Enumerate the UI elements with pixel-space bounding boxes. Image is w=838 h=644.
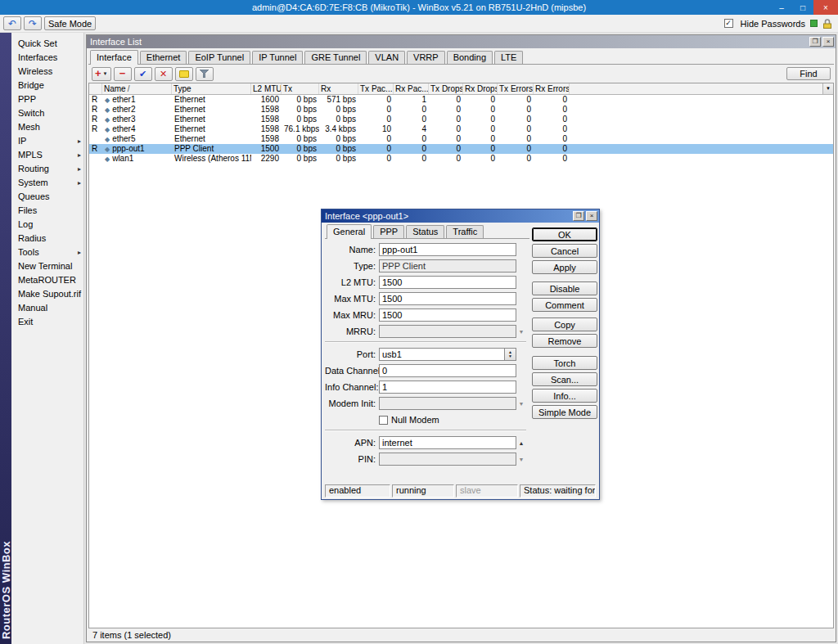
- sidebar-item-switch[interactable]: Switch: [11, 106, 83, 120]
- column-header-txd[interactable]: Tx Drops: [429, 83, 463, 94]
- cell-txd: 0: [429, 124, 463, 134]
- column-chooser-button[interactable]: ▼: [822, 83, 833, 95]
- dialog-tab-general[interactable]: General: [327, 224, 372, 239]
- close-button[interactable]: ×: [813, 0, 838, 15]
- dialog-close-icon[interactable]: ×: [586, 211, 597, 221]
- cell-tx: 0 bps: [282, 95, 319, 105]
- dialog-restore-icon[interactable]: ❐: [573, 211, 584, 221]
- comment-button[interactable]: [175, 67, 193, 81]
- sidebar-item-exit[interactable]: Exit: [11, 315, 83, 329]
- dialog-tab-status[interactable]: Status: [406, 225, 444, 238]
- sidebar-item-wireless[interactable]: Wireless: [11, 65, 83, 79]
- add-button[interactable]: + ▼: [92, 67, 111, 81]
- sidebar-item-ppp[interactable]: PPP: [11, 92, 83, 106]
- column-header-rx[interactable]: Rx: [319, 83, 358, 94]
- info-channel-input[interactable]: [379, 381, 516, 394]
- disable-button[interactable]: ✕: [155, 67, 173, 81]
- comment-button[interactable]: Comment: [532, 298, 597, 312]
- sidebar-item-mesh[interactable]: Mesh: [11, 120, 83, 134]
- dialog-tab-ppp[interactable]: PPP: [373, 225, 404, 238]
- sidebar-item-tools[interactable]: Tools▸: [11, 245, 83, 259]
- sidebar-item-routing[interactable]: Routing▸: [11, 162, 83, 176]
- undo-button[interactable]: ↶: [3, 16, 21, 30]
- cell-l2mtu: 1500: [251, 144, 282, 154]
- tab-ip-tunnel[interactable]: IP Tunnel: [252, 51, 303, 64]
- sidebar-item-queues[interactable]: Queues: [11, 190, 83, 204]
- table-row-ppp-out1[interactable]: R◆ppp-out1PPP Client15000 bps0 bps000000: [89, 144, 833, 154]
- sidebar-item-files[interactable]: Files: [11, 204, 83, 218]
- filter-button[interactable]: [196, 67, 214, 81]
- enable-button[interactable]: ✔: [134, 67, 152, 81]
- sidebar-item-log[interactable]: Log: [11, 218, 83, 232]
- copy-button[interactable]: Copy: [532, 317, 597, 331]
- sidebar-item-quick-set[interactable]: Quick Set: [11, 37, 83, 51]
- remove-button[interactable]: −: [114, 67, 132, 81]
- scan-button[interactable]: Scan...: [532, 372, 597, 386]
- torch-button[interactable]: Torch: [532, 356, 597, 370]
- maxmru-input[interactable]: [379, 308, 516, 322]
- sidebar-item-manual[interactable]: Manual: [11, 301, 83, 315]
- sidebar-item-radius[interactable]: Radius: [11, 232, 83, 245]
- table-row-ether2[interactable]: R◆ether2Ethernet15980 bps0 bps000000: [89, 105, 833, 115]
- redo-button[interactable]: ↷: [24, 16, 42, 30]
- column-header-rxd[interactable]: Rx Drops: [463, 83, 498, 94]
- column-header-txp[interactable]: Tx Pac...: [358, 83, 394, 94]
- tab-eoip-tunnel[interactable]: EoIP Tunnel: [188, 51, 250, 64]
- table-row-ether1[interactable]: R◆ether1Ethernet16000 bps571 bps010000: [89, 95, 833, 105]
- apn-input[interactable]: [379, 436, 516, 449]
- safe-mode-button[interactable]: Safe Mode: [44, 16, 96, 30]
- tab-lte[interactable]: LTE: [494, 51, 523, 64]
- minimize-button[interactable]: –: [771, 0, 792, 15]
- apn-collapse-icon[interactable]: ▲: [516, 440, 526, 446]
- info-button[interactable]: Info...: [532, 389, 597, 403]
- tab-bonding[interactable]: Bonding: [447, 51, 493, 64]
- sidebar-item-make-supout-rif[interactable]: Make Supout.rif: [11, 287, 83, 301]
- sidebar-item-mpls[interactable]: MPLS▸: [11, 148, 83, 162]
- sidebar-item-ip[interactable]: IP▸: [11, 134, 83, 148]
- close-icon[interactable]: ×: [822, 37, 834, 47]
- sidebar-item-system[interactable]: System▸: [11, 176, 83, 190]
- maxmtu-input[interactable]: [379, 292, 516, 305]
- table-row-wlan1[interactable]: ◆wlan1Wireless (Atheros 11N)22900 bps0 b…: [89, 154, 833, 164]
- table-row-ether3[interactable]: R◆ether3Ethernet15980 bps0 bps000000: [89, 115, 833, 124]
- column-header-type[interactable]: Type: [172, 83, 251, 94]
- tab-vrrp[interactable]: VRRP: [407, 51, 445, 64]
- sidebar-item-interfaces[interactable]: Interfaces: [11, 51, 83, 65]
- sidebar-item-bridge[interactable]: Bridge: [11, 79, 83, 92]
- remove-button[interactable]: Remove: [532, 334, 597, 348]
- column-header-rxe[interactable]: Rx Errors: [534, 83, 570, 94]
- dialog-tab-traffic[interactable]: Traffic: [446, 225, 484, 238]
- apply-button[interactable]: Apply: [532, 260, 597, 274]
- l2mtu-input[interactable]: [379, 276, 516, 289]
- find-button[interactable]: Find: [786, 67, 831, 80]
- null-modem-checkbox[interactable]: [379, 416, 388, 425]
- column-header-txe[interactable]: Tx Errors: [498, 83, 534, 94]
- restore-icon[interactable]: ❐: [809, 37, 821, 47]
- dialog-form-column: GeneralPPPStatusTraffic Name: Type: L2 M…: [325, 224, 529, 484]
- maximize-button[interactable]: □: [792, 0, 813, 15]
- disable-button[interactable]: Disable: [532, 281, 597, 295]
- table-row-ether5[interactable]: ◆ether5Ethernet15980 bps0 bps000000: [89, 134, 833, 144]
- column-header-l2mtu[interactable]: L2 MTU: [251, 83, 282, 94]
- hide-passwords-checkbox[interactable]: ✓: [724, 19, 733, 28]
- ok-button[interactable]: OK: [532, 227, 597, 241]
- column-header-flag[interactable]: [89, 83, 102, 94]
- table-row-ether4[interactable]: R◆ether4Ethernet159876.1 kbps3.4 kbps104…: [89, 124, 833, 134]
- tab-interface[interactable]: Interface: [90, 50, 138, 65]
- sidebar-item-metarouter[interactable]: MetaROUTER: [11, 273, 83, 287]
- port-spinner[interactable]: ▲ ▼: [505, 348, 516, 361]
- cell-rx: 571 bps: [319, 95, 358, 105]
- column-header-name[interactable]: Name/: [102, 83, 172, 94]
- name-input[interactable]: [379, 243, 516, 256]
- column-header-rxp[interactable]: Rx Pac...: [394, 83, 429, 94]
- port-input[interactable]: [379, 348, 505, 361]
- tab-gre-tunnel[interactable]: GRE Tunnel: [304, 51, 367, 64]
- data-channel-input[interactable]: [379, 364, 516, 377]
- tab-vlan[interactable]: VLAN: [368, 51, 405, 64]
- sidebar-item-new-terminal[interactable]: New Terminal: [11, 259, 83, 273]
- cell-flag: [89, 134, 102, 144]
- tab-ethernet[interactable]: Ethernet: [140, 51, 187, 64]
- simple-mode-button[interactable]: Simple Mode: [532, 405, 597, 419]
- column-header-tx[interactable]: Tx: [282, 83, 319, 94]
- cancel-button[interactable]: Cancel: [532, 244, 597, 258]
